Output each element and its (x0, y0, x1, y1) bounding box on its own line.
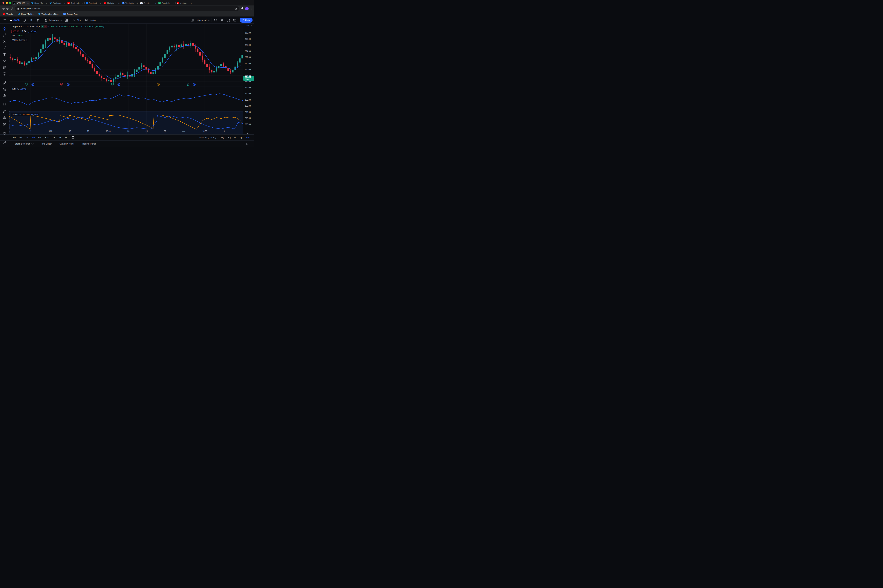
price-axis[interactable]: USD 282.00280.00278.00274.00272.00270.00… (243, 24, 254, 147)
redo-icon[interactable] (105, 18, 111, 22)
statusbar-item-pine-editor[interactable]: Pine Editor (41, 142, 51, 145)
range-button-5d[interactable]: 5D (18, 136, 23, 139)
fib-icon[interactable] (2, 39, 8, 45)
tab-close-icon[interactable]: × (191, 2, 192, 4)
range-button-1m[interactable]: 1M (24, 136, 30, 139)
fullscreen-icon[interactable] (225, 18, 232, 22)
tab-close-icon[interactable]: × (100, 2, 101, 4)
go-to-date-icon[interactable] (71, 136, 75, 139)
currency-selector[interactable]: USD (245, 24, 251, 27)
maximize-panel-icon[interactable] (246, 142, 249, 145)
range-button-3m[interactable]: 3M (30, 136, 36, 139)
range-button-1y[interactable]: 1Y (51, 136, 57, 139)
series-visibility-pill[interactable]: ≈ (41, 25, 48, 28)
clock[interactable]: 15:45:22 (UTC+3) (199, 136, 216, 139)
event-badge-d[interactable]: D (32, 83, 34, 86)
chart-style-icon[interactable] (35, 18, 41, 22)
statusbar-item-stock-screener[interactable]: Stock Screener (15, 142, 33, 145)
range-button-5y[interactable]: 5Y (57, 136, 63, 139)
eye-off-icon[interactable] (2, 122, 8, 127)
tab-close-icon[interactable]: × (173, 2, 174, 4)
brush-icon[interactable] (2, 45, 8, 51)
symbol-description[interactable]: Apple Inc · 1D · NASDAQ (12, 25, 40, 28)
browser-tab[interactable]: ▶TradingVie× (66, 1, 84, 6)
aroon-legend[interactable]: Aroon 14 21.42% 35,71% (11, 113, 39, 116)
tab-close-icon[interactable]: × (137, 2, 138, 4)
browser-tab[interactable]: Home / Tw× (30, 1, 48, 6)
indicators-button[interactable]: Indicators (43, 18, 63, 22)
settings-gear-icon[interactable] (219, 18, 225, 22)
statusbar-item-trading-panel[interactable]: Trading Panel (82, 142, 96, 145)
layout-select-icon[interactable] (189, 18, 196, 22)
scale-button-reg[interactable]: reg (220, 136, 225, 139)
replay-button[interactable]: Replay (83, 18, 97, 22)
trash-icon[interactable] (2, 130, 8, 136)
statusbar-item-strategy-tester[interactable]: Strategy Tester (60, 142, 74, 145)
alert-button[interactable]: Alert (71, 18, 83, 22)
text-icon[interactable] (2, 51, 8, 57)
zoom-out-icon[interactable] (2, 93, 8, 99)
event-badge-e[interactable]: E (60, 83, 63, 86)
screenshot-camera-icon[interactable] (232, 18, 238, 22)
event-badge-d[interactable]: D (193, 83, 196, 86)
ruler-icon[interactable] (2, 80, 8, 86)
window-minimize-button[interactable] (6, 2, 8, 4)
bookmark-item[interactable]: Home / Twitter (18, 13, 34, 15)
tab-close-icon[interactable]: × (82, 2, 83, 4)
wma-label[interactable]: WMA (12, 39, 18, 41)
extensions-icon[interactable] (241, 7, 244, 10)
mfi-legend[interactable]: MFI 14 46,79 (11, 88, 27, 91)
scale-button-percent[interactable]: % (233, 136, 237, 139)
browser-tab[interactable]: GGoogle× (139, 1, 157, 6)
scale-button-auto[interactable]: auto (245, 136, 251, 139)
event-badge-e[interactable]: E (187, 83, 189, 86)
browser-tab[interactable]: ▶Youtube× (175, 1, 194, 6)
browser-menu-icon[interactable] (250, 7, 253, 10)
compare-add-icon[interactable] (21, 18, 27, 22)
event-badge-e[interactable]: E (111, 83, 114, 86)
browser-tab[interactable]: fFacebook× (84, 1, 102, 6)
browser-tab[interactable]: fTradingVie× (121, 1, 139, 6)
browser-tab[interactable]: +Google S× (157, 1, 175, 6)
event-badge-d[interactable]: D (117, 83, 120, 86)
back-icon[interactable] (2, 7, 5, 10)
minimize-panel-icon[interactable] (241, 142, 244, 145)
range-button-1d[interactable]: 1D (12, 136, 17, 139)
search-icon[interactable] (212, 18, 219, 22)
magnet-icon[interactable] (2, 102, 8, 108)
range-button-6m[interactable]: 6M (37, 136, 42, 139)
range-button-all[interactable]: All (63, 136, 68, 139)
forward-icon[interactable] (6, 7, 9, 10)
window-close-button[interactable] (3, 2, 5, 4)
event-badge-d[interactable]: D (67, 83, 69, 86)
time-axis[interactable]: 1118:00161818:00232527Jun18:006 (9, 129, 243, 134)
reload-icon[interactable] (10, 7, 13, 10)
layout-name-button[interactable]: Unnamed (196, 18, 211, 22)
profile-avatar[interactable]: J (245, 7, 249, 10)
pencil-icon[interactable] (2, 108, 8, 114)
layout-grid-icon[interactable] (63, 18, 69, 22)
address-bar[interactable]: tradingview.com/chart (15, 6, 239, 11)
crosshair-icon[interactable] (2, 26, 8, 32)
bookmark-item[interactable]: TradingView (@tra... (38, 13, 59, 15)
scale-button-adj[interactable]: adj (227, 136, 232, 139)
browser-tab[interactable]: ▶Markets× (102, 1, 121, 6)
event-badge-e[interactable]: E (25, 83, 28, 86)
main-menu-icon[interactable] (2, 18, 8, 22)
high-price-label[interactable]: 137.24 (28, 30, 37, 33)
symbol-button[interactable]: AAPL (8, 18, 21, 22)
bookmark-star-icon[interactable] (234, 7, 237, 10)
browser-tab[interactable]: TradingVie× (48, 1, 66, 6)
xabcd-icon[interactable] (2, 58, 8, 64)
bookmark-item[interactable]: ▶Youtube (3, 13, 14, 15)
tab-close-icon[interactable]: × (45, 2, 47, 4)
tab-close-icon[interactable]: × (64, 2, 65, 4)
interval-button[interactable]: D (29, 18, 33, 22)
forecast-icon[interactable] (2, 64, 8, 70)
lock-icon[interactable] (2, 115, 8, 121)
tab-close-icon[interactable]: × (118, 2, 120, 4)
bookmark-item[interactable]: ≡Google Docs (63, 13, 78, 15)
browser-tab[interactable]: TVAPPL 122.× (12, 1, 30, 6)
event-badge-s[interactable]: S (157, 83, 160, 86)
scale-button-log[interactable]: log (239, 136, 244, 139)
